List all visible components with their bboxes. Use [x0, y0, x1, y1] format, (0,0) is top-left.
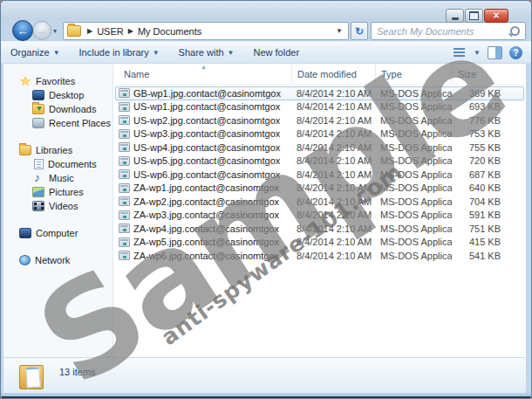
sidebar-item-label: Music — [49, 173, 74, 183]
sidebar-item-libraries[interactable]: Libraries — [3, 143, 113, 157]
file-type: MS-DOS Applicati... — [375, 142, 452, 153]
details-pane: 13 items — [3, 357, 526, 393]
file-size: 776 KB — [452, 115, 504, 126]
msdos-application-icon — [119, 88, 130, 98]
back-arrow-icon: ← — [17, 24, 29, 38]
back-button[interactable]: ← — [12, 20, 33, 41]
maximize-icon — [469, 11, 479, 20]
table-row[interactable]: ZA-wp3.jpg.contact@casinomtgox 8/4/2014 … — [115, 209, 524, 223]
file-date-modified: 8/4/2014 2:10 AM — [291, 88, 375, 99]
file-list-body: GB-wp1.jpg.contact@casinomtgox 8/4/2014 … — [113, 85, 526, 263]
table-row[interactable]: ZA-wp2.jpg.contact@casinomtgox 8/4/2014 … — [115, 195, 524, 209]
msdos-application-icon — [119, 237, 130, 247]
history-dropdown-icon[interactable]: ▾ — [53, 27, 57, 35]
toolbar-right-icons: ▼ ? — [454, 46, 531, 59]
column-header-type[interactable]: Type — [375, 64, 452, 84]
file-type: MS-DOS Applicati... — [375, 251, 452, 261]
table-row[interactable]: US-wp4.jpg.contact@casinomtgox 8/4/2014 … — [115, 141, 524, 155]
breadcrumb-separator-icon[interactable]: ▶ — [87, 27, 92, 35]
search-box[interactable]: Search My Documents — [371, 22, 526, 40]
file-size: 753 KB — [452, 128, 504, 139]
table-row[interactable]: ZA-wp5.jpg.contact@casinomtgox 8/4/2014 … — [115, 236, 524, 250]
sidebar-item-label: Videos — [49, 201, 78, 211]
content-area: Favorites Desktop Downloads Recent Place… — [3, 64, 526, 357]
sidebar-item-videos[interactable]: Videos — [3, 199, 113, 213]
table-row[interactable]: US-wp5.jpg.contact@casinomtgox 8/4/2014 … — [115, 155, 524, 169]
sidebar-item-documents[interactable]: Documents — [3, 157, 113, 171]
file-type: MS-DOS Applicati... — [375, 210, 452, 220]
breadcrumb-my-documents[interactable]: My Documents — [138, 26, 201, 37]
preview-pane-icon[interactable] — [488, 46, 502, 59]
file-date-modified: 8/4/2014 2:10 AM — [291, 155, 375, 166]
pictures-icon — [32, 187, 44, 197]
help-icon[interactable]: ? — [509, 46, 522, 59]
file-size: 687 KB — [452, 169, 504, 180]
sidebar-item-downloads[interactable]: Downloads — [3, 102, 113, 116]
address-dropdown-icon[interactable]: ▼ — [336, 27, 344, 35]
toolbar-item-label: Share with — [179, 47, 224, 58]
sidebar-item-favorites[interactable]: Favorites — [3, 74, 113, 88]
close-button[interactable]: × — [484, 9, 508, 23]
sidebar-item-music[interactable]: Music — [3, 171, 113, 185]
minimize-button[interactable] — [446, 9, 464, 23]
file-size: 751 KB — [452, 224, 504, 234]
table-row[interactable]: US-wp3.jpg.contact@casinomtgox 8/4/2014 … — [115, 127, 524, 141]
folder-thumbnail-icon — [19, 363, 45, 389]
window-bottom-frame — [1, 393, 531, 398]
breadcrumb-user[interactable]: USER — [97, 26, 124, 37]
file-name: US-wp6.jpg.contact@casinomtgox — [133, 169, 280, 180]
sidebar-item-recent-places[interactable]: Recent Places — [3, 116, 113, 130]
forward-button[interactable]: → — [32, 21, 51, 40]
file-date-modified: 8/4/2014 2:10 AM — [291, 196, 375, 207]
table-row[interactable]: ZA-wp6.jpg.contact@casinomtgox 8/4/2014 … — [115, 249, 524, 263]
chevron-down-icon: ▼ — [228, 49, 235, 57]
table-row[interactable]: US-wp2.jpg.contact@casinomtgox 8/4/2014 … — [115, 114, 524, 127]
music-icon — [32, 173, 44, 183]
share-with-button[interactable]: Share with ▼ — [169, 42, 244, 63]
file-date-modified: 8/4/2014 2:10 AM — [291, 224, 375, 234]
libraries-icon — [19, 145, 31, 155]
table-row[interactable]: US-wp6.jpg.contact@casinomtgox 8/4/2014 … — [115, 168, 524, 182]
file-date-modified: 8/4/2014 2:10 AM — [291, 182, 375, 193]
include-in-library-button[interactable]: Include in library ▼ — [70, 42, 169, 63]
sidebar-item-label: Network — [35, 255, 70, 265]
table-row[interactable]: GB-wp1.jpg.contact@casinomtgox 8/4/2014 … — [115, 86, 524, 100]
breadcrumb-separator-icon[interactable]: ▶ — [128, 27, 133, 35]
file-date-modified: 8/4/2014 2:10 AM — [291, 142, 375, 153]
sidebar-item-computer[interactable]: Computer — [3, 226, 113, 240]
sidebar-item-desktop[interactable]: Desktop — [3, 88, 113, 102]
msdos-application-icon — [119, 251, 130, 260]
file-date-modified: 8/4/2014 2:10 AM — [291, 237, 375, 247]
file-name: US-wp2.jpg.contact@casinomtgox — [133, 115, 280, 126]
msdos-application-icon — [119, 129, 130, 139]
documents-icon — [34, 159, 44, 169]
msdos-application-icon — [119, 224, 130, 233]
column-header-size[interactable]: Size — [452, 64, 506, 84]
sidebar-item-label: Computer — [36, 228, 78, 238]
forward-arrow-icon: → — [37, 24, 47, 37]
table-row[interactable]: US-wp1.jpg.contact@casinomtgox 8/4/2014 … — [115, 100, 524, 114]
file-type: MS-DOS Applicati... — [375, 237, 452, 247]
msdos-application-icon — [119, 142, 130, 152]
new-folder-button[interactable]: New folder — [243, 42, 309, 63]
search-icon[interactable] — [510, 26, 520, 36]
views-dropdown-icon[interactable]: ▼ — [474, 49, 481, 57]
sidebar-item-pictures[interactable]: Pictures — [3, 185, 113, 199]
change-view-icon[interactable] — [454, 47, 467, 58]
toolbar-item-label: Organize — [10, 47, 50, 58]
msdos-application-icon — [119, 169, 130, 179]
refresh-button[interactable]: ↻ — [351, 22, 368, 40]
column-header-date-modified[interactable]: Date modified — [291, 64, 375, 84]
table-row[interactable]: ZA-wp4.jpg.contact@casinomtgox 8/4/2014 … — [115, 222, 524, 236]
window-controls: × — [446, 9, 508, 23]
organize-button[interactable]: Organize ▼ — [1, 42, 70, 63]
sidebar-item-network[interactable]: Network — [3, 253, 113, 267]
file-size: 415 KB — [452, 237, 504, 247]
table-row[interactable]: ZA-wp1.jpg.contact@casinomtgox 8/4/2014 … — [115, 182, 524, 196]
file-type: MS-DOS Applicati... — [375, 155, 452, 166]
msdos-application-icon — [119, 210, 130, 220]
maximize-button[interactable] — [465, 9, 483, 23]
address-bar[interactable]: ▶ USER ▶ My Documents ▼ — [63, 22, 349, 40]
minimize-icon — [452, 17, 459, 20]
file-size: 541 KB — [452, 251, 504, 261]
